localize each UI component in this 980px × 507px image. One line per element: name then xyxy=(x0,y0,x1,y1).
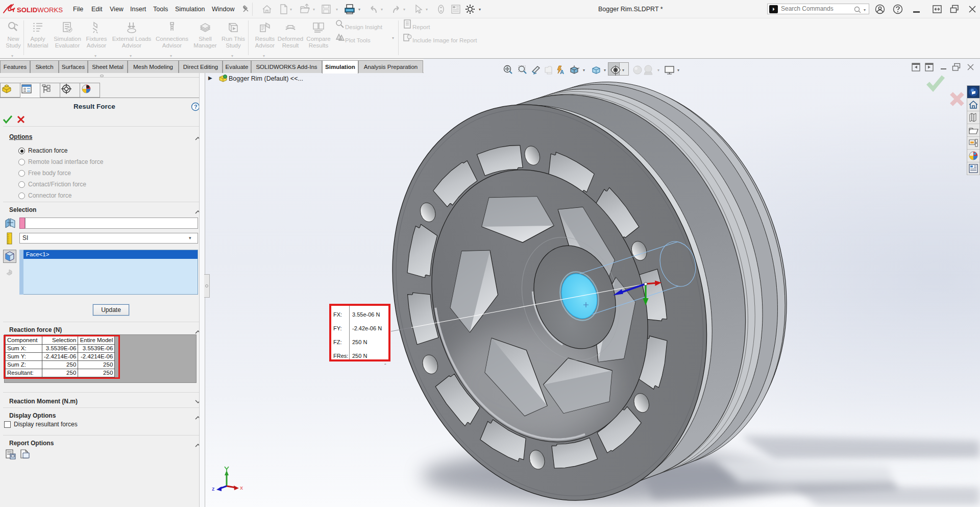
svg-text:SOLIDWORKS: SOLIDWORKS xyxy=(17,6,63,14)
svg-text:x: x xyxy=(240,485,243,491)
svg-text:z: z xyxy=(212,486,215,492)
svg-text:A: A xyxy=(560,69,564,75)
svg-text:?: ? xyxy=(194,104,198,110)
